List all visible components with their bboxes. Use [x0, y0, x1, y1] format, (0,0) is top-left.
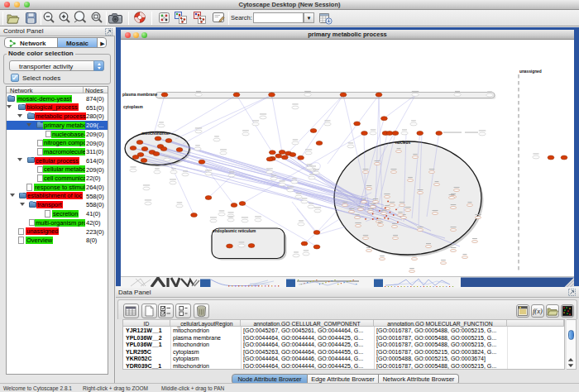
svg-text:nucleus: nucleus: [395, 141, 410, 145]
svg-text:cytoplasm: cytoplasm: [123, 105, 143, 109]
svg-text:plasma membrane: plasma membrane: [122, 93, 157, 97]
svg-text:endoplasmic reticulum: endoplasmic reticulum: [213, 229, 256, 233]
svg-text:unassigned: unassigned: [519, 69, 542, 74]
svg-text:mitochondrion: mitochondrion: [141, 131, 170, 136]
svg-text:f(x): f(x): [533, 307, 543, 315]
